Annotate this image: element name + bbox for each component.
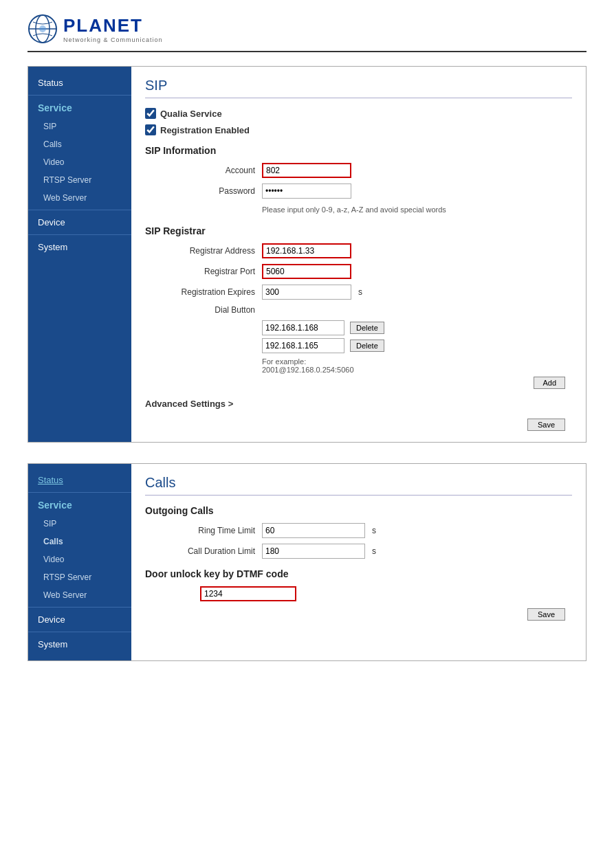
sidebar2-status[interactable]: Status	[28, 471, 131, 489]
ring-time-unit: s	[372, 526, 376, 535]
registrar-port-label: Registrar Port	[145, 267, 255, 276]
sidebar2-webserver[interactable]: Web Server	[28, 586, 131, 604]
calls-main-content: Calls Outgoing Calls Ring Time Limit s C…	[131, 464, 586, 660]
call-duration-label: Call Duration Limit	[145, 546, 255, 556]
calls-page-title: Calls	[145, 475, 572, 491]
registrar-address-label: Registrar Address	[145, 246, 255, 256]
dial-row-2: Delete	[262, 338, 572, 353]
dial-button-label: Dial Button	[145, 305, 255, 315]
account-row: Account	[145, 163, 572, 178]
registrar-address-input[interactable]	[262, 243, 351, 258]
sidebar2-video[interactable]: Video	[28, 550, 131, 568]
logo-subtitle-label: Networking & Communication	[63, 36, 163, 43]
planet-logo-icon	[28, 14, 58, 44]
qualia-service-label: Qualia Service	[160, 109, 222, 119]
password-row: Password	[145, 183, 572, 199]
password-label: Password	[145, 186, 255, 196]
password-input[interactable]	[262, 183, 351, 199]
sip-main-content: SIP Qualia Service Registration Enabled …	[131, 67, 586, 442]
logo: PLANET Networking & Communication	[28, 14, 163, 44]
sidebar2-device[interactable]: Device	[28, 610, 131, 629]
sidebar-sip[interactable]: SIP	[28, 118, 131, 135]
calls-save-button[interactable]: Save	[527, 608, 565, 621]
advanced-settings-link[interactable]: Advanced Settings >	[145, 399, 572, 409]
call-duration-input[interactable]	[262, 544, 365, 559]
dial-row-1: Delete	[262, 320, 572, 335]
qualia-service-checkbox[interactable]	[145, 108, 156, 119]
example-text: For example: 2001@192.168.0.254:5060	[262, 357, 572, 374]
registrar-port-row: Registrar Port	[145, 264, 572, 279]
registration-enabled-row: Registration Enabled	[145, 124, 572, 135]
account-label: Account	[145, 166, 255, 175]
sidebar-status[interactable]: Status	[28, 74, 131, 92]
sidebar-service[interactable]: Service	[28, 98, 131, 118]
sidebar-system[interactable]: System	[28, 238, 131, 256]
sip-save-button[interactable]: Save	[527, 419, 565, 431]
sidebar2-system[interactable]: System	[28, 635, 131, 654]
door-unlock-heading: Door unlock key by DTMF code	[145, 568, 572, 579]
registration-enabled-label: Registration Enabled	[160, 125, 250, 135]
add-btn-row: Add	[145, 377, 572, 389]
sidebar2-sip[interactable]: SIP	[28, 515, 131, 533]
registration-enabled-checkbox[interactable]	[145, 124, 156, 135]
example-label: For example:	[262, 357, 306, 366]
sidebar2-rtsp[interactable]: RTSP Server	[28, 568, 131, 586]
ring-time-row: Ring Time Limit s	[145, 523, 572, 538]
registration-expires-label: Registration Expires	[145, 287, 255, 297]
outgoing-calls-heading: Outgoing Calls	[145, 505, 572, 516]
dial-button-label-row: Dial Button	[145, 305, 572, 315]
password-hint: Please input only 0-9, a-z, A-Z and avoi…	[262, 204, 572, 216]
example-value: 2001@192.168.0.254:5060	[262, 366, 354, 374]
registration-expires-row: Registration Expires s	[145, 285, 572, 300]
page-header: PLANET Networking & Communication	[28, 14, 586, 52]
sip-information-heading: SIP Information	[145, 145, 572, 156]
registration-expires-input[interactable]	[262, 285, 351, 300]
ring-time-input[interactable]	[262, 523, 365, 538]
logo-planet-label: PLANET	[63, 15, 163, 36]
dial-input-1[interactable]	[262, 320, 344, 335]
registration-expires-unit: s	[358, 287, 362, 297]
sip-page-title: SIP	[145, 78, 572, 93]
delete-button-1[interactable]: Delete	[350, 322, 384, 334]
sidebar-2: Status Service SIP Calls Video RTSP Serv…	[28, 464, 131, 660]
sidebar-1: Status Service SIP Calls Video RTSP Serv…	[28, 67, 131, 442]
logo-text: PLANET Networking & Communication	[63, 15, 163, 43]
sip-registrar-heading: SIP Registrar	[145, 225, 572, 236]
call-duration-row: Call Duration Limit s	[145, 544, 572, 559]
sidebar-device[interactable]: Device	[28, 213, 131, 232]
sidebar-video[interactable]: Video	[28, 153, 131, 171]
dial-input-2[interactable]	[262, 338, 344, 353]
svg-point-3	[39, 25, 46, 32]
dtmf-input[interactable]	[200, 586, 296, 601]
sip-save-btn-row: Save	[145, 419, 572, 431]
call-duration-unit: s	[372, 546, 376, 556]
delete-button-2[interactable]: Delete	[350, 340, 384, 352]
account-input[interactable]	[262, 163, 351, 178]
qualia-service-row: Qualia Service	[145, 108, 572, 119]
ring-time-label: Ring Time Limit	[145, 526, 255, 535]
sidebar-rtsp[interactable]: RTSP Server	[28, 171, 131, 189]
sip-panel: Status Service SIP Calls Video RTSP Serv…	[28, 66, 586, 443]
registrar-port-input[interactable]	[262, 264, 351, 279]
registrar-address-row: Registrar Address	[145, 243, 572, 258]
sidebar2-service[interactable]: Service	[28, 496, 131, 515]
calls-panel: Status Service SIP Calls Video RTSP Serv…	[28, 463, 586, 661]
add-button[interactable]: Add	[534, 377, 565, 389]
calls-save-btn-row: Save	[145, 608, 572, 621]
sidebar-calls[interactable]: Calls	[28, 135, 131, 153]
sidebar2-calls[interactable]: Calls	[28, 533, 131, 550]
sidebar-webserver[interactable]: Web Server	[28, 189, 131, 207]
